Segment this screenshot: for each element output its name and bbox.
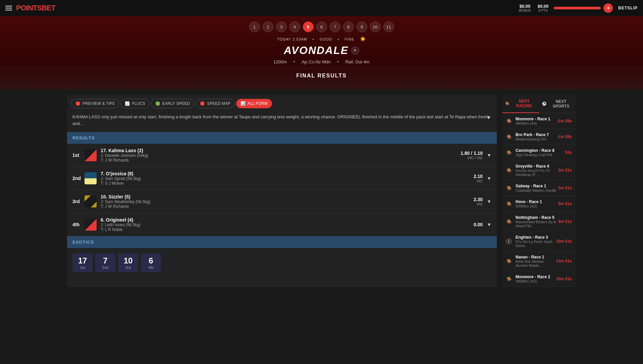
race-item[interactable]: 🏇 Monmore - Race 2 480Mtrs (A3) 15m 51s (502, 271, 576, 287)
race-item[interactable]: 🏇 Greyville - Race 4 Soccer Any15 Fm 75 … (502, 161, 576, 180)
race-tab-6[interactable]: 6 (316, 21, 327, 32)
result-num-label: 1st (78, 265, 87, 269)
venue-name: AVONDALE (284, 44, 349, 57)
result-row: 4th 6. Origineel (4) J: Leith Innes (56.… (67, 213, 497, 236)
race-item[interactable]: 🏇 Cannington - Race 8 Sign Strategy Call… (502, 145, 576, 161)
race-item-name: Hove - Race 1 (516, 199, 558, 204)
race-item[interactable]: 🏇 Nottingham - Race 5 Mansionbet Beaten … (502, 212, 576, 232)
race-item-sub: Sign Strategy Call Phil (516, 153, 565, 157)
race-item-sub: Arkle Bar Median Auction Maide... (516, 259, 556, 267)
result-name: 6. Origineel (4) (101, 217, 474, 223)
race-item-time: 10m 51s (556, 239, 572, 244)
result-pos: 4th (72, 222, 85, 227)
result-row: 1st 17. Kahma Lass (2) J: Danielle Johns… (67, 144, 497, 167)
race-item[interactable]: 6 Enghien - Race 3 Prix De La Porte Sain… (502, 232, 576, 251)
result-num-value: 10 (123, 256, 133, 265)
pts-amount: $0.00 0 PTS (538, 4, 549, 12)
race-icon: 🏇 (506, 118, 513, 124)
result-trainer: T: L R Noble (101, 227, 474, 232)
venue-dropdown[interactable]: ▼ (351, 47, 359, 55)
result-pos: 3rd (72, 199, 85, 204)
race-icon: 🏇 (506, 219, 513, 224)
race-item[interactable]: 🏇 Navan - Race 1 Arkle Bar Median Auctio… (502, 251, 576, 271)
result-expand-btn[interactable]: ▼ (487, 153, 491, 158)
race-time: TODAY 2:53AM (277, 37, 307, 41)
form-text: KAHMA LASS only just missed at only star… (67, 108, 497, 127)
race-info: TODAY 2:53AM • GOOD • FINE ☀️ AVONDALE ▼… (0, 36, 643, 89)
result-odds: 0.00 (474, 222, 483, 227)
horse-icon: 🏇 (506, 118, 512, 124)
race-item[interactable]: 🏇 Hove - Race 1 500Mtrs (A3) 5m 51s (502, 196, 576, 212)
tab-label: PREVIEW & TIPS (83, 101, 115, 106)
race-item-time: 15m 51s (556, 277, 572, 281)
bonus-label: BONUS (519, 9, 531, 12)
race-tab-9[interactable]: 9 (357, 21, 367, 32)
horse-icon: 🏇 (506, 219, 512, 224)
result-num-label: 3rd (123, 265, 133, 269)
result-expand-btn[interactable]: ▼ (487, 176, 491, 181)
result-jockey: J: Sam Weatherley (56.5kg) (101, 199, 474, 204)
race-item-name: Enghien - Race 3 (516, 235, 556, 240)
horse-icon: 🏇 (506, 134, 512, 139)
race-item-time: 3m 51s (558, 186, 572, 190)
race-tab-5[interactable]: 5 (303, 21, 314, 32)
horse-icon: 🏇 (506, 150, 512, 155)
result-jockey: J: Danielle Johnson (54kg) (101, 153, 461, 158)
race-tab-8[interactable]: 8 (343, 21, 354, 32)
betslip-button[interactable]: + (603, 3, 613, 13)
result-num-value: 7 (101, 256, 110, 265)
race-icon: 🏇 (506, 201, 513, 206)
result-odds-val: 2.10 (474, 174, 483, 179)
result-expand-btn[interactable]: ▼ (487, 199, 491, 204)
tab-icon: 🟢 (155, 101, 160, 106)
race-tab-1[interactable]: 1 (249, 21, 260, 32)
race-tab-10[interactable]: 10 (370, 21, 381, 32)
logo-points: POINTS (16, 4, 42, 12)
race-item-time: 5m 51s (558, 201, 572, 206)
six-icon: 6 (506, 239, 512, 244)
race-tab-7[interactable]: 7 (330, 21, 340, 32)
form-expand-btn[interactable]: ▼ (486, 114, 491, 122)
panel-tab-speed-map[interactable]: 🔴SPEED MAP (196, 99, 235, 108)
next-sports-tab[interactable]: ⚽ NEXT SPORTS (539, 95, 576, 113)
race-item-sub: Maidenlopning Dirt (516, 137, 557, 141)
race-item-sub: Soccer Any15 Fm 75 Handicap (F ... (516, 169, 558, 177)
race-tab-11[interactable]: 11 (383, 21, 394, 32)
result-expand-btn[interactable]: ▼ (487, 222, 491, 227)
race-tab-4[interactable]: 4 (289, 21, 300, 32)
tab-label: EARLY SPEED (162, 101, 190, 106)
race-tabs: 1234567891011 (0, 21, 643, 32)
race-details: 1200m • Ajc.Co.Nz Mdn • Rail: Out 4m (0, 59, 643, 64)
betslip-progress (554, 7, 601, 9)
race-icon: 🏇 (506, 276, 513, 282)
next-racing-tab[interactable]: 🏇 NEXT RACING (502, 95, 539, 113)
race-item[interactable]: 🏇 Monmore - Race 1 480Mtrs (A3) -2m 08s (502, 113, 576, 129)
race-icon: 🏇 (506, 258, 513, 264)
result-trainer: T: J W Richards (101, 204, 474, 209)
tab-label: ALL FORM (248, 101, 268, 106)
result-odds-val: 2.30 (474, 197, 483, 202)
panel-tab-all-form[interactable]: 📊ALL FORM (236, 99, 272, 108)
panel-tab-early-speed[interactable]: 🟢EARLY SPEED (151, 99, 194, 108)
race-distance: 1200m (273, 59, 287, 64)
race-item-time: 8m 51s (558, 219, 572, 224)
results-section-header: RESULTS (67, 132, 497, 144)
logo[interactable]: POINTSBET (16, 4, 55, 12)
header-right: $0.00 BONUS $0.00 0 PTS + BETSLIP (519, 3, 638, 13)
race-tab-2[interactable]: 2 (263, 21, 273, 32)
race-item[interactable]: 🏇 Galway - Race 1 Claddagh Maiden Hurdle… (502, 180, 576, 196)
panel-tab-preview-&-tips[interactable]: 🔴PREVIEW & TIPS (71, 99, 119, 108)
panel-tab-flucs[interactable]: 📈FLUCS (120, 99, 149, 108)
header: POINTSBET $0.00 BONUS $0.00 0 PTS + BETS… (0, 0, 643, 16)
horse-icon: 🏇 (506, 201, 512, 206)
race-tab-3[interactable]: 3 (276, 21, 287, 32)
hamburger-menu[interactable] (5, 6, 12, 10)
race-item-sub: Mansionbet Beaten By A Head Filli... (516, 220, 558, 228)
race-rail: Rail: Out 4m (345, 59, 369, 64)
race-icon: 🏇 (506, 168, 513, 173)
right-panel-tabs: 🏇 NEXT RACING ⚽ NEXT SPORTS (502, 95, 576, 113)
race-item[interactable]: 🏇 Bro Park - Race 7 Maidenlopning Dirt -… (502, 129, 576, 145)
bonus-amount: $0.00 BONUS (519, 4, 531, 12)
race-class: Ajc.Co.Nz Mdn (302, 59, 331, 64)
result-odds-source: VIC (474, 179, 483, 183)
